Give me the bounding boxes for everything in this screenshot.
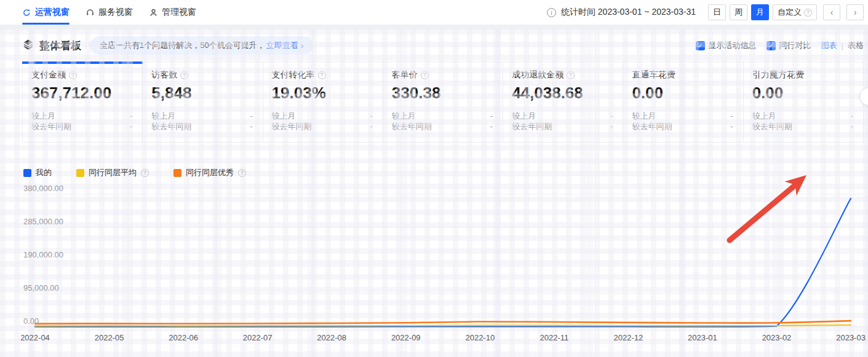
mom-value: - — [610, 111, 613, 121]
notice-text: 全店一共有1个问题待解决，50个机会可提升， — [100, 40, 265, 51]
card-refund-amount[interactable]: 成功退款金额? 44,038.68 较上月- 较去年同期- — [503, 62, 623, 142]
help-icon[interactable]: ? — [141, 169, 149, 177]
card-value: 0.00 — [752, 84, 853, 103]
tab-management-view[interactable]: 管理视窗 — [149, 0, 196, 25]
mom-value: - — [370, 111, 373, 121]
view-now-link[interactable]: 立即查看 — [266, 40, 298, 51]
tab-service-view[interactable]: 服务视窗 — [86, 0, 133, 25]
period-day-button[interactable]: 日 — [708, 4, 726, 20]
yoy-value: - — [490, 121, 493, 131]
legend-item-mine[interactable]: 我的 — [23, 167, 52, 178]
mom-value: - — [130, 111, 132, 121]
line-peer-best — [35, 321, 851, 324]
yoy-label: 较去年同期 — [512, 121, 552, 131]
view-toggle: 图表 | 表格 — [821, 40, 864, 51]
yoy-value: - — [610, 121, 613, 131]
yoy-value: - — [250, 121, 252, 131]
period-week-button[interactable]: 周 — [730, 4, 747, 20]
mom-label: 较上月 — [632, 111, 656, 121]
help-icon[interactable]: ? — [318, 71, 326, 79]
line-peer-average — [35, 325, 851, 326]
yoy-value: - — [130, 121, 132, 131]
legend-swatch — [76, 169, 84, 177]
yoy-label: 较去年同期 — [151, 121, 191, 131]
yoy-label: 较去年同期 — [752, 121, 792, 131]
card-value: 367,712.00 — [31, 84, 132, 103]
card-payment-amount[interactable]: 支付金额? 367,712.00 较上月- 较去年同期- — [23, 62, 143, 142]
card-avg-order-value[interactable]: 客单价? 330.38 较上月- 较去年同期- — [383, 62, 503, 142]
board-right: ✓ 显示活动信息 ✓ 同行对比 图表 | 表格 — [696, 40, 864, 51]
view-tabs: 运营视窗 服务视窗 管理视窗 — [22, 0, 196, 25]
card-title: 客单价 — [392, 69, 418, 80]
board-header: 整体看板 全店一共有1个问题待解决，50个机会可提升， 立即查看 › ✓ 显示活… — [0, 29, 868, 61]
checkbox-checked-icon[interactable]: ✓ — [766, 41, 776, 50]
card-conversion-rate[interactable]: 支付转化率? 19.03% 较上月- 较去年同期- — [263, 62, 383, 142]
mom-label: 较上月 — [392, 111, 416, 121]
card-value: 44,038.68 — [512, 84, 613, 103]
yoy-label: 较去年同期 — [272, 121, 312, 131]
legend-label: 同行同层平均 — [89, 167, 137, 178]
chevron-right-icon[interactable]: › — [301, 41, 304, 50]
legend-label: 同行同层优秀 — [186, 167, 234, 178]
annotation-arrow — [730, 175, 806, 240]
x-axis-tick-label: 2022-07 — [233, 333, 282, 342]
notice-pill: 全店一共有1个问题待解决，50个机会可提升， 立即查看 › — [90, 36, 313, 55]
trend-chart: 0.0095,000.00190,000.00285,000.00380,000… — [0, 179, 868, 356]
card-value: 330.38 — [392, 84, 493, 103]
card-paid-traffic-cost[interactable]: 直通车花费 0.00 较上月- 较去年同期- — [623, 62, 743, 142]
mom-value: - — [730, 111, 733, 121]
x-axis-tick-label: 2022-11 — [530, 333, 579, 342]
peer-compare-checkbox[interactable]: ✓ 同行对比 — [766, 40, 811, 51]
mom-label: 较上月 — [151, 111, 175, 121]
help-icon: ? — [804, 9, 812, 17]
legend-item-peer-average[interactable]: 同行同层平均 ? — [76, 167, 149, 178]
mom-value: - — [490, 111, 493, 121]
page-title: 整体看板 — [39, 39, 81, 53]
help-icon[interactable]: ? — [567, 71, 575, 79]
legend-item-peer-best[interactable]: 同行同层优秀 ? — [173, 167, 246, 178]
legend-swatch — [173, 169, 181, 177]
mom-label: 较上月 — [512, 111, 536, 121]
x-axis-tick-label: 2022-09 — [381, 333, 431, 342]
tab-label: 管理视窗 — [162, 7, 196, 18]
stat-time-range: 统计时间 2023-03-01 ~ 2023-03-31 — [561, 7, 696, 18]
chart-legend: 我的 同行同层平均 ? 同行同层优秀 ? — [23, 166, 868, 179]
help-icon[interactable]: ? — [180, 71, 188, 79]
card-visitors[interactable]: 访客数? 5,848 较上月- 较去年同期- — [143, 62, 263, 142]
help-icon[interactable]: ? — [238, 169, 246, 177]
prev-period-button[interactable]: ‹ — [823, 4, 840, 20]
line-mine — [35, 198, 851, 327]
metric-cards: 支付金额? 367,712.00 较上月- 较去年同期- 访客数? 5,848 … — [22, 61, 864, 143]
card-gravity-cube-cost[interactable]: 引力魔方花费 0.00 较上月- 较去年同期- — [744, 62, 864, 142]
next-period-button[interactable]: › — [846, 4, 864, 20]
mom-value: - — [250, 111, 252, 121]
card-title: 直通车花费 — [632, 69, 675, 80]
card-value: 0.00 — [632, 84, 733, 103]
checkbox-checked-icon[interactable]: ✓ — [696, 41, 705, 50]
help-icon[interactable]: ? — [69, 71, 77, 79]
yoy-label: 较去年同期 — [392, 121, 432, 131]
x-axis-tick-label: 2022-12 — [603, 333, 653, 342]
yoy-label: 较去年同期 — [632, 121, 672, 131]
yoy-value: - — [370, 121, 373, 131]
operations-icon — [22, 8, 31, 17]
period-custom-button[interactable]: 自定义 ? — [773, 4, 817, 20]
person-icon — [149, 8, 158, 17]
y-axis-tick-label: 95,000.00 — [23, 283, 59, 292]
x-axis-tick-label: 2022-10 — [455, 333, 504, 342]
card-title: 成功退款金额 — [512, 69, 563, 80]
card-value: 19.03% — [272, 84, 373, 103]
table-view-link[interactable]: 表格 — [848, 40, 864, 51]
period-month-button[interactable]: 月 — [751, 4, 769, 20]
separator-band — [0, 25, 868, 29]
show-activity-label: 显示活动信息 — [709, 40, 757, 51]
help-icon[interactable]: ? — [421, 71, 429, 79]
y-axis-tick-label: 190,000.00 — [23, 250, 63, 259]
tab-label: 运营视窗 — [35, 7, 70, 18]
x-axis-tick-label: 2022-05 — [85, 333, 134, 342]
tab-operations-view[interactable]: 运营视窗 — [22, 0, 70, 25]
x-axis-tick-label: 2023-01 — [678, 333, 727, 342]
show-activity-checkbox[interactable]: ✓ 显示活动信息 — [696, 40, 757, 51]
topbar: 运营视窗 服务视窗 管理视窗 i 统计时间 2023-03-01 ~ 2023-… — [0, 0, 868, 25]
chart-view-link[interactable]: 图表 — [821, 40, 837, 51]
